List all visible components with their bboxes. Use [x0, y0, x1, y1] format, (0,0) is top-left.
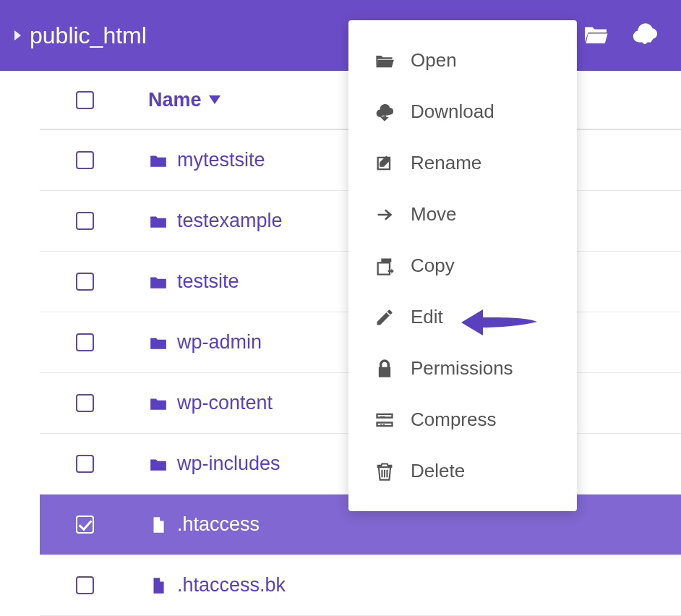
menu-label: Copy	[411, 254, 455, 277]
folder-icon	[148, 212, 168, 231]
menu-label: Download	[411, 100, 494, 123]
menu-label: Edit	[411, 306, 443, 328]
file-icon	[148, 516, 168, 534]
row-checkbox[interactable]	[76, 212, 94, 230]
menu-item-permissions[interactable]: Permissions	[348, 343, 577, 394]
sort-descending-icon	[209, 95, 220, 104]
menu-label: Permissions	[411, 357, 513, 380]
folder-icon	[148, 394, 168, 413]
context-menu: Open Download Rename Move Copy Edit Perm…	[348, 20, 577, 511]
column-header-name[interactable]: Name	[148, 89, 220, 111]
callout-arrow-icon	[461, 307, 537, 341]
file-name[interactable]: wp-includes	[177, 453, 280, 475]
file-name[interactable]: mytestsite	[177, 149, 265, 171]
folder-icon	[148, 455, 168, 474]
row-checkbox[interactable]	[76, 273, 94, 291]
row-checkbox[interactable]	[76, 516, 94, 534]
file-name[interactable]: wp-admin	[177, 331, 262, 354]
breadcrumb-caret-icon	[14, 30, 21, 40]
cloud-download-icon	[374, 102, 395, 122]
row-checkbox[interactable]	[76, 576, 94, 594]
menu-label: Compress	[411, 408, 496, 431]
rename-icon	[374, 153, 395, 174]
compress-icon	[374, 410, 395, 430]
menu-label: Open	[411, 49, 457, 72]
file-name[interactable]: testsite	[177, 270, 239, 293]
menu-label: Move	[411, 203, 457, 226]
menu-item-delete[interactable]: Delete	[348, 445, 577, 497]
folder-icon	[148, 151, 168, 170]
file-name[interactable]: .htaccess.bk	[177, 574, 286, 596]
select-all-checkbox[interactable]	[76, 91, 94, 109]
menu-item-download[interactable]: Download	[348, 86, 577, 137]
file-name[interactable]: wp-content	[177, 392, 273, 414]
open-folder-icon[interactable]	[581, 22, 610, 48]
file-name[interactable]: testexample	[177, 210, 283, 232]
row-checkbox[interactable]	[76, 151, 94, 169]
folder-icon	[148, 273, 168, 291]
table-row[interactable]: .htaccess.bk	[40, 555, 681, 616]
folder-open-icon	[374, 51, 395, 71]
file-name[interactable]: .htaccess	[177, 513, 260, 536]
arrow-right-icon	[374, 205, 395, 225]
menu-item-compress[interactable]: Compress	[348, 394, 577, 445]
header-bar: public_html	[0, 0, 681, 71]
menu-item-rename[interactable]: Rename	[348, 137, 577, 189]
pencil-icon	[374, 307, 395, 328]
header-actions	[581, 22, 659, 48]
file-icon	[148, 576, 168, 595]
menu-item-open[interactable]: Open	[348, 35, 577, 86]
row-checkbox[interactable]	[76, 455, 94, 473]
folder-icon	[148, 333, 168, 352]
cloud-download-icon[interactable]	[630, 22, 659, 48]
menu-item-move[interactable]: Move	[348, 189, 577, 240]
menu-label: Delete	[411, 460, 465, 482]
row-checkbox[interactable]	[76, 333, 94, 351]
menu-label: Rename	[411, 152, 481, 174]
lock-icon	[374, 359, 395, 379]
copy-icon	[374, 256, 395, 276]
column-name-label: Name	[148, 89, 202, 111]
row-checkbox[interactable]	[76, 394, 94, 412]
menu-item-copy[interactable]: Copy	[348, 240, 577, 291]
breadcrumb[interactable]: public_html	[30, 22, 147, 49]
trash-icon	[374, 461, 395, 482]
